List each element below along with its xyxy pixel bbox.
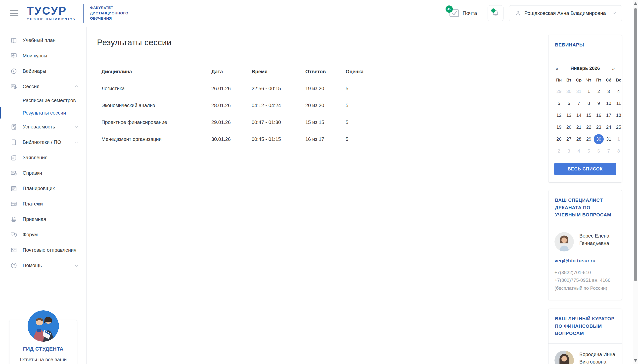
calendar-day[interactable]: 12 [554,110,564,120]
calendar-day[interactable]: 20 [564,122,574,132]
table-cell: Проектное финансирование [97,114,207,131]
calendar-day[interactable]: 25 [614,122,623,132]
webinars-calendar: « Январь 2026 » ПнВтСрЧтПтСбВс2930311234… [548,55,622,182]
calendar-day[interactable]: 2 [594,86,604,96]
mail-link[interactable]: 45 Почта [449,9,477,18]
scrollbar-thumb[interactable] [634,8,637,281]
sidebar-item-label: Мои курсы [23,53,47,59]
calendar-day[interactable]: 31 [574,86,584,96]
calendar-day[interactable]: 1 [614,134,623,144]
calendar-day[interactable]: 29 [554,86,564,96]
calendar-day[interactable]: 21 [574,122,584,132]
specialist-body: Верес Елена Геннадьевна veg@fdo.tusur.ru… [548,225,622,300]
calendar-day[interactable]: 7 [604,146,614,156]
calendar-nav: « Январь 2026 » [555,65,615,71]
user-menu[interactable]: Рощаховская Анна Владимировна [509,5,622,21]
calendar-day[interactable]: 4 [574,146,584,156]
calendar-day[interactable]: 23 [594,122,604,132]
specialist-photo [554,232,574,252]
calendar-day[interactable]: 17 [604,110,614,120]
calendar-day[interactable]: 5 [554,98,564,108]
calendar-day[interactable]: 8 [584,98,594,108]
calendar-day-name: Чт [586,78,591,84]
calendar-day[interactable]: 29 [584,134,594,144]
curator-photo [554,350,574,364]
table-cell: 20 из 20 [301,97,341,114]
sidebar-subitem-rezultaty-sessii[interactable]: Результаты сессии [0,106,86,119]
specialist-name: Верес Елена Геннадьевна [579,232,616,247]
calendar-day[interactable]: 8 [614,146,623,156]
vertical-scrollbar[interactable] [633,0,638,364]
chevron-up-icon [74,84,79,89]
calendar-day[interactable]: 11 [614,98,623,108]
calendar-day[interactable]: 14 [574,110,584,120]
calendar-day-selected[interactable]: 30 [594,134,604,144]
specialist-title: ВАШ СПЕЦИАЛИСТ ДЕКАНАТА ПО УЧЕБНЫМ ВОПРО… [555,196,615,218]
sidebar-item-vebinary[interactable]: Вебинары [0,63,86,79]
calendar-day[interactable]: 15 [584,110,594,120]
calendar-day[interactable]: 3 [564,146,574,156]
calendar-day[interactable]: 28 [574,134,584,144]
sidebar-item-pochtovye-otpravleniya[interactable]: Почтовые отправления [0,242,86,258]
sidebar-item-planirovshchik[interactable]: Планировщик [0,181,86,196]
webinars-card: ВЕБИНАРЫ « Январь 2026 » ПнВтСрЧтПтСбВс2… [548,35,622,182]
results-table: ДисциплинаДатаВремяОтветовОценка Логисти… [97,63,377,148]
table-cell: Менеджмент организации [97,131,207,148]
calendar-month-label: Январь 2026 [558,66,612,71]
sidebar-subitem-raspisanie-semestrov[interactable]: Расписание семестров [0,94,86,106]
scrollbar-down-arrow[interactable] [634,359,637,362]
sidebar-item-pomoshch[interactable]: Помощь [0,258,86,273]
calendar-day[interactable]: 18 [614,110,623,120]
sidebar-item-platezhi[interactable]: Платежи [0,196,86,212]
curator-body: Бородина Инна Викторовна [548,344,622,364]
table-cell: 16 из 17 [301,131,341,148]
calendar-day-name: Сб [606,78,611,84]
calendar-day[interactable]: 1 [584,86,594,96]
sidebar-item-moi-kursy[interactable]: Мои курсы [0,48,86,63]
calendar-day[interactable]: 7 [574,98,584,108]
page-title: Результаты сессии [97,38,390,47]
calendar-day[interactable]: 24 [604,122,614,132]
logo[interactable]: ТУСУР TUSUR UNIVERSITY ФАКУЛЬТЕТ ДИСТАНЦ… [27,4,128,22]
sidebar-item-biblioteki-po[interactable]: Библиотеки / ПО [0,134,86,150]
sidebar-item-spravki[interactable]: Справки [0,165,86,181]
calendar-prev-button[interactable]: « [555,65,558,71]
table-cell: 00:45 - 01:15 [247,131,301,148]
calendar-day[interactable]: 31 [604,134,614,144]
sidebar-item-label: Планировщик [23,186,55,191]
sidebar-item-uchebnyy-plan[interactable]: Учебный план [0,32,86,48]
calendar-day[interactable]: 16 [594,110,604,120]
calendar-day[interactable]: 22 [584,122,594,132]
calendar-day[interactable]: 6 [564,98,574,108]
calendar-day[interactable]: 4 [614,86,623,96]
calendar-day[interactable]: 13 [564,110,574,120]
chevron-down-icon [74,124,79,129]
calendar-day[interactable]: 2 [554,146,564,156]
webinars-full-list-button[interactable]: ВЕСЬ СПИСОК [554,163,616,175]
calendar-day[interactable]: 5 [584,146,594,156]
scrollbar-up-arrow[interactable] [634,2,637,5]
table-cell: 28.01.26 [207,97,247,114]
calendar-day[interactable]: 19 [554,122,564,132]
sidebar-item-sessiya[interactable]: Сессия [0,79,86,94]
calendar-day[interactable]: 6 [594,146,604,156]
calendar-next-button[interactable]: » [612,65,615,71]
sidebar-item-label: Учебный план [23,38,56,43]
sidebar-item-priemnaya[interactable]: Приемная [0,212,86,227]
calendar-day[interactable]: 26 [554,134,564,144]
calendar-day[interactable]: 10 [604,98,614,108]
sidebar-item-uspevaemost[interactable]: Успеваемость [0,119,86,134]
calendar-day[interactable]: 30 [564,86,574,96]
calendar-day[interactable]: 27 [564,134,574,144]
table-cell: 5 [341,114,377,131]
sidebar-item-zayavleniya[interactable]: Заявления [0,150,86,165]
sidebar-item-forum[interactable]: Форум [0,227,86,242]
mail-unread-badge: 45 [446,6,453,13]
calendar-day[interactable]: 9 [594,98,604,108]
column-header: Дисциплина [97,63,207,80]
sidebar: Учебный планМои курсыВебинарыСессияРаспи… [0,26,87,364]
specialist-email-link[interactable]: veg@fdo.tusur.ru [554,258,595,264]
notifications-button[interactable] [488,5,503,21]
hamburger-menu-icon[interactable] [10,10,19,16]
calendar-day[interactable]: 3 [604,86,614,96]
